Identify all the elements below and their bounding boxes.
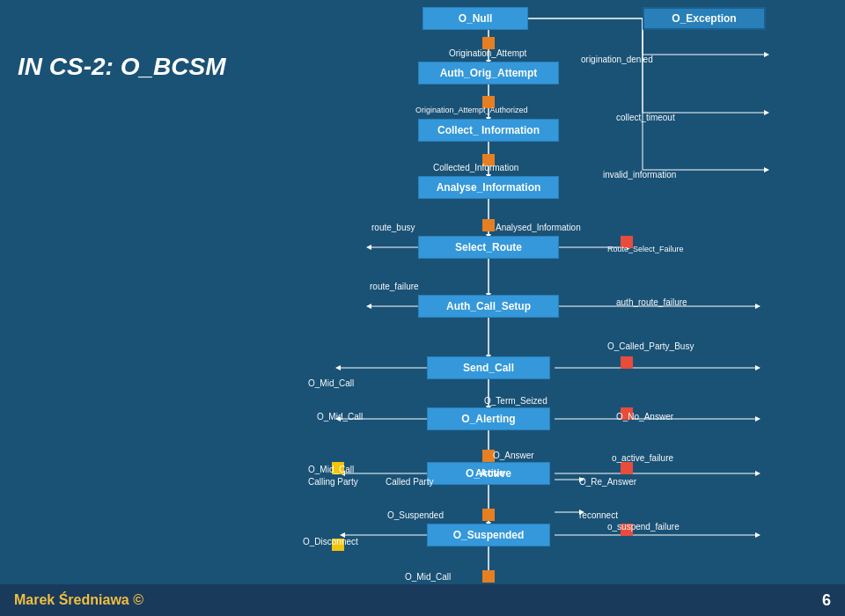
event-analysed-info (482, 219, 495, 231)
label-route-busy: route_busy (371, 223, 415, 232)
state-o-alerting: O_Alerting (427, 407, 550, 430)
state-auth-call-setup: Auth_Call_Setup (418, 295, 559, 318)
label-collected-info: Collected_Information (433, 163, 518, 172)
label-o-mid-call-3: O_Mid_Call (308, 465, 354, 474)
label-o-disconnect: O_Disconnect (303, 537, 358, 546)
label-o-no-answer: O_No_Answer (616, 412, 673, 422)
label-o-re-answer: O_Re_Answer (579, 477, 636, 487)
diagram: O_Null O_Exception Auth_Orig_Attempt Col… (0, 0, 845, 584)
label-route-select-failure: Route_Select_Failure (607, 245, 684, 253)
state-o-suspended: O_Suspended (427, 524, 550, 546)
footer-author: Marek Średniawa © (14, 592, 143, 608)
event-origination-attempt (482, 37, 495, 49)
footer: Marek Średniawa © 6 (0, 584, 845, 616)
label-reconnect: reconnect (579, 510, 618, 520)
state-auth-orig: Auth_Orig_Attempt (418, 62, 559, 84)
label-o-suspend-failure: o_suspend_failure (607, 522, 680, 532)
state-o-exception: O_Exception (643, 7, 766, 30)
event-o-suspended-trans (482, 509, 495, 521)
label-calling-party: Calling Party (308, 477, 358, 487)
label-invalid-info: invalid_information (603, 170, 676, 180)
label-collect-timeout: collect_timeout (616, 113, 675, 122)
label-analysed-info: Analysed_Information (496, 223, 581, 232)
page-title: IN CS-2: O_BCSM (18, 53, 225, 81)
label-o-suspended-trans: O_Suspended (387, 510, 444, 520)
label-o-term-seized: O_Term_Seized (484, 396, 547, 406)
state-send-call: Send_Call (427, 356, 550, 379)
state-collect-info: Collect_ Information (418, 119, 559, 142)
event-called-party-busy (621, 356, 633, 369)
label-route-failure: route_failure (370, 282, 419, 291)
state-analyse-info: Analyse_Information (418, 176, 559, 199)
footer-page-number: 6 (822, 591, 831, 610)
label-o-answer: O_Answer (493, 451, 534, 460)
label-auth-route-failure: auth_route_failure (616, 297, 687, 307)
state-o-null: O_Null (422, 7, 528, 30)
event-o-mid-call-bottom (482, 570, 495, 583)
label-o-active-failure: o_active_failure (612, 453, 673, 463)
label-origination-denied: origination_denied (581, 55, 653, 64)
label-called-party: Called Party (386, 477, 433, 487)
label-active: Active (475, 467, 504, 478)
label-o-mid-call-2: O_Mid_Call (317, 412, 363, 422)
label-o-mid-call-1: O_Mid_Call (308, 378, 354, 388)
state-select-route: Select_Route (418, 236, 559, 259)
label-origination-attempt: Origination_Attempt (449, 48, 526, 58)
label-orig-attempt-auth: Origination_Attempt_Authorized (415, 106, 528, 114)
label-called-party-busy: O_Called_Party_Busy (607, 341, 694, 351)
event-active-failure (621, 462, 633, 474)
label-o-mid-call-bottom: O_Mid_Call (405, 572, 451, 582)
